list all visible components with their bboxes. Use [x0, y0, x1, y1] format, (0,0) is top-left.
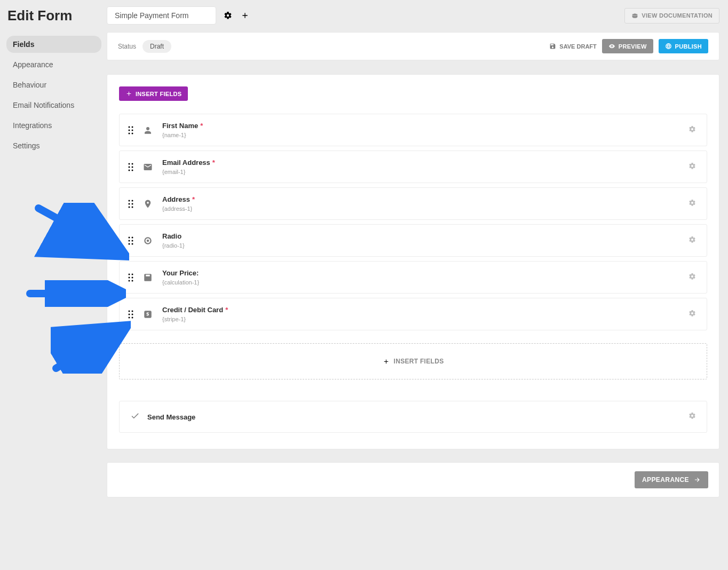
- form-title-input[interactable]: Simple Payment Form: [107, 6, 216, 25]
- arrow-right-icon: [693, 476, 701, 484]
- sidebar-item-integrations[interactable]: Integrations: [6, 117, 101, 134]
- status-bar: Status Draft SAVE DRAFT PREVIEW PUBLISH: [107, 32, 719, 60]
- drag-handle-icon[interactable]: [128, 310, 133, 319]
- field-row[interactable]: Email Address*{email-1}: [119, 151, 707, 183]
- field-row[interactable]: Address*{address-1}: [119, 187, 707, 220]
- preview-button[interactable]: PREVIEW: [602, 39, 653, 53]
- action-title: Send Message: [147, 413, 681, 421]
- save-draft-button[interactable]: SAVE DRAFT: [549, 43, 596, 50]
- drag-handle-icon[interactable]: [128, 163, 133, 171]
- insert-fields-button[interactable]: INSERT FIELDS: [119, 86, 188, 101]
- field-settings-icon[interactable]: [689, 236, 696, 246]
- next-step-button[interactable]: APPEARANCE: [635, 471, 708, 488]
- documentation-icon: [631, 12, 638, 19]
- form-settings-icon[interactable]: [223, 10, 233, 21]
- sidebar: Edit Form FieldsAppearanceBehaviourEmail…: [0, 0, 107, 508]
- sidebar-item-fields[interactable]: Fields: [6, 36, 101, 53]
- field-title: Radio: [162, 232, 681, 240]
- calc-icon: [141, 271, 155, 284]
- publish-button[interactable]: PUBLISH: [659, 39, 708, 53]
- user-icon: [141, 123, 155, 137]
- field-row[interactable]: Radio{radio-1}: [119, 224, 707, 257]
- eye-icon: [608, 43, 615, 50]
- field-slug: {calculation-1}: [162, 279, 681, 286]
- view-documentation-button[interactable]: VIEW DOCUMENTATION: [624, 8, 719, 23]
- mail-icon: [141, 160, 155, 174]
- sidebar-item-behaviour[interactable]: Behaviour: [6, 76, 101, 93]
- field-settings-icon[interactable]: [689, 310, 696, 319]
- fields-panel: INSERT FIELDS First Name*{name-1}Email A…: [107, 74, 719, 449]
- field-title: First Name*: [162, 122, 681, 130]
- field-settings-icon[interactable]: [689, 162, 696, 172]
- radio-icon: [141, 234, 155, 248]
- action-settings-icon[interactable]: [689, 412, 696, 422]
- sidebar-item-settings[interactable]: Settings: [6, 137, 101, 154]
- pin-icon: [141, 197, 155, 211]
- field-slug: {name-1}: [162, 132, 681, 138]
- field-slug: {address-1}: [162, 205, 681, 212]
- field-slug: {stripe-1}: [162, 316, 681, 322]
- field-title: Email Address*: [162, 159, 681, 167]
- drag-handle-icon[interactable]: [128, 236, 133, 245]
- footer-bar: APPEARANCE: [107, 462, 719, 497]
- field-title: Address*: [162, 195, 681, 203]
- field-row[interactable]: Credit / Debit Card*{stripe-1}: [119, 298, 707, 330]
- view-documentation-label: VIEW DOCUMENTATION: [642, 12, 713, 19]
- submission-action-row[interactable]: Send Message: [119, 401, 707, 433]
- drag-handle-icon[interactable]: [128, 126, 133, 134]
- insert-fields-dropzone[interactable]: INSERT FIELDS: [119, 343, 707, 379]
- field-title: Your Price:: [162, 269, 681, 277]
- field-row[interactable]: Your Price:{calculation-1}: [119, 261, 707, 294]
- drag-handle-icon[interactable]: [128, 200, 133, 208]
- status-label: Status: [118, 43, 136, 50]
- plus-icon: [125, 90, 132, 97]
- stripe-icon: [141, 307, 155, 321]
- sidebar-item-appearance[interactable]: Appearance: [6, 56, 101, 73]
- plus-icon: [383, 358, 390, 365]
- side-nav: FieldsAppearanceBehaviourEmail Notificat…: [6, 36, 101, 154]
- save-icon: [549, 43, 556, 50]
- field-row[interactable]: First Name*{name-1}: [119, 114, 707, 146]
- field-slug: {email-1}: [162, 169, 681, 175]
- sidebar-item-email-notifications[interactable]: Email Notifications: [6, 97, 101, 114]
- add-form-icon[interactable]: [240, 10, 250, 21]
- drag-handle-icon[interactable]: [128, 273, 133, 282]
- top-row: Simple Payment Form VIEW DOCUMENTATION: [107, 3, 719, 32]
- check-icon: [130, 411, 140, 423]
- field-settings-icon[interactable]: [689, 125, 696, 135]
- field-settings-icon[interactable]: [689, 199, 696, 209]
- status-value: Draft: [143, 40, 171, 53]
- main: Simple Payment Form VIEW DOCUMENTATION S…: [107, 0, 728, 508]
- field-slug: {radio-1}: [162, 242, 681, 249]
- page-title: Edit Form: [7, 7, 101, 24]
- globe-icon: [665, 43, 672, 50]
- field-settings-icon[interactable]: [689, 273, 696, 282]
- field-title: Credit / Debit Card*: [162, 306, 681, 314]
